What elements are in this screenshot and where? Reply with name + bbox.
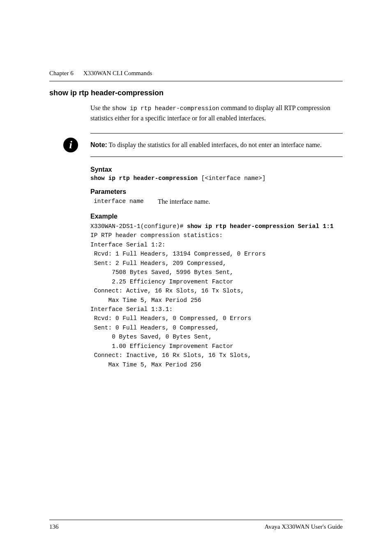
chapter-label: Chapter 6 <box>49 70 74 77</box>
page-header: Chapter 6 X330WAN CLI Commands <box>49 70 343 81</box>
chapter-title: X330WAN CLI Commands <box>83 70 152 77</box>
syntax-heading: Syntax <box>90 166 343 173</box>
note-body: To display the statistics for all enable… <box>107 141 322 148</box>
note-label: Note: <box>90 141 107 148</box>
example-heading: Example <box>90 213 343 220</box>
example-cmd: show ip rtp header-compression Serial 1:… <box>187 223 334 230</box>
section-intro: Use the show ip rtp header-compression c… <box>90 103 343 123</box>
example-prompt: X330WAN-2DS1-1(configure)# <box>90 223 187 230</box>
note-block: i Note: To display the statistics for al… <box>90 133 343 157</box>
note-text: Note: To display the statistics for all … <box>90 140 322 150</box>
parameter-row: interface name The interface name. <box>94 198 343 205</box>
syntax-args: [<interface name>] <box>198 175 265 182</box>
parameter-name: interface name <box>94 198 144 205</box>
guide-title: Avaya X330WAN User's Guide <box>265 523 343 530</box>
section-title: show ip rtp header-compression <box>49 89 343 97</box>
parameter-desc: The interface name. <box>158 198 210 205</box>
intro-command: show ip rtp header-compression <box>112 105 219 112</box>
example-output: IP RTP header compression statistics: In… <box>90 232 265 368</box>
syntax-line: show ip rtp header-compression [<interfa… <box>90 175 343 182</box>
syntax-cmd: show ip rtp header-compression <box>90 175 198 182</box>
intro-prefix: Use the <box>90 104 112 111</box>
page-number: 136 <box>49 523 59 530</box>
parameters-heading: Parameters <box>90 188 343 196</box>
page-footer: 136 Avaya X330WAN User's Guide <box>49 520 343 530</box>
example-block: X330WAN-2DS1-1(configure)# show ip rtp h… <box>90 222 343 370</box>
note-rule-bottom <box>90 157 343 157</box>
info-icon: i <box>63 138 78 152</box>
